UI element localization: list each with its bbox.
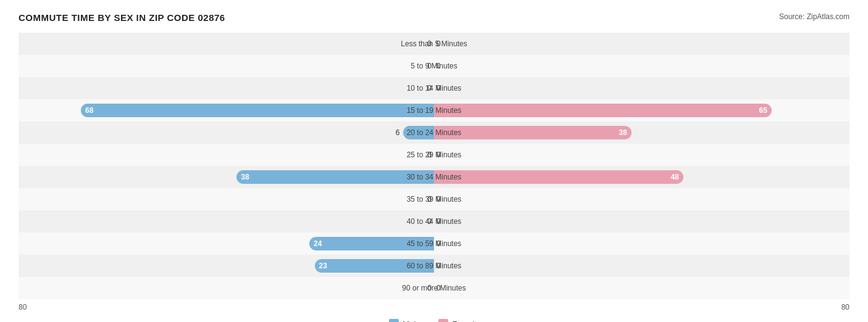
row-right-section: 48 — [434, 166, 849, 188]
female-swatch — [438, 319, 448, 322]
female-value-inside: 65 — [754, 106, 771, 115]
chart-title: COMMUTE TIME BY SEX IN ZIP CODE 02876 — [19, 12, 225, 23]
axis-min: 80 — [19, 303, 27, 312]
male-value-zero: 0 — [427, 217, 432, 226]
female-value-zero: 0 — [436, 239, 441, 248]
male-value-zero: 0 — [427, 284, 432, 292]
row-left-section: 0 — [19, 55, 434, 77]
female-value-zero: 0 — [436, 62, 441, 70]
row-right-section: 0 — [434, 77, 849, 99]
female-value-zero: 0 — [436, 84, 441, 93]
male-bar: 24 — [309, 237, 434, 250]
male-bar: 6 — [403, 126, 434, 139]
row-right-section: 0 — [434, 144, 849, 166]
row-left-section: 0 — [19, 33, 434, 55]
male-value: 6 — [396, 128, 400, 137]
female-value-zero: 0 — [436, 217, 441, 226]
chart-row: 010 to 14 Minutes0 — [19, 77, 849, 99]
male-swatch — [389, 319, 399, 322]
male-value-inside: 38 — [236, 173, 253, 181]
male-value-zero: 0 — [427, 151, 432, 159]
male-value-inside: 24 — [309, 239, 326, 248]
chart-row: 2360 to 89 Minutes0 — [19, 255, 849, 277]
chart-source: Source: ZipAtlas.com — [779, 12, 849, 21]
female-bar: 65 — [434, 104, 772, 117]
row-right-section: 0 — [434, 255, 849, 277]
row-left-section: 0 — [19, 77, 434, 99]
male-value-zero: 0 — [427, 62, 432, 70]
male-value-inside: 23 — [315, 262, 332, 270]
female-value-zero: 0 — [436, 151, 441, 159]
row-left-section: 68 — [19, 99, 434, 122]
chart-header: COMMUTE TIME BY SEX IN ZIP CODE 02876 So… — [19, 12, 849, 23]
chart-row: 6815 to 19 Minutes65 — [19, 99, 849, 122]
chart-row: 3830 to 34 Minutes48 — [19, 166, 849, 188]
male-value-inside: 68 — [81, 106, 98, 115]
legend-female: Female — [438, 319, 478, 322]
row-right-section: 38 — [434, 122, 849, 144]
legend-male: Male — [389, 319, 420, 322]
row-left-section: 24 — [19, 233, 434, 255]
row-right-section: 0 — [434, 233, 849, 255]
female-bar: 38 — [434, 126, 632, 139]
chart-row: 025 to 29 Minutes0 — [19, 144, 849, 166]
row-left-section: 23 — [19, 255, 434, 277]
female-value-zero: 0 — [436, 262, 441, 270]
row-left-section: 0 — [19, 144, 434, 166]
chart-row: 2445 to 59 Minutes0 — [19, 233, 849, 255]
female-value-zero: 0 — [436, 39, 441, 48]
chart-row: 035 to 39 Minutes0 — [19, 188, 849, 210]
row-right-section: 0 — [434, 277, 849, 299]
legend: Male Female — [19, 319, 849, 322]
chart-container: COMMUTE TIME BY SEX IN ZIP CODE 02876 So… — [19, 12, 849, 322]
female-value-inside: 48 — [666, 173, 683, 181]
chart-row: 620 to 24 Minutes38 — [19, 122, 849, 144]
row-right-section: 0 — [434, 210, 849, 233]
chart-row: 05 to 9 Minutes0 — [19, 55, 849, 77]
female-value-zero: 0 — [436, 284, 441, 292]
chart-row: 040 to 44 Minutes0 — [19, 210, 849, 233]
chart-rows: 0Less than 5 Minutes005 to 9 Minutes0010… — [19, 33, 849, 299]
axis-max: 80 — [841, 303, 849, 312]
row-left-section: 0 — [19, 188, 434, 210]
row-left-section: 38 — [19, 166, 434, 188]
male-value-zero: 0 — [427, 84, 432, 93]
female-value-inside: 38 — [614, 128, 631, 137]
row-right-section: 0 — [434, 188, 849, 210]
chart-row: 090 or more Minutes0 — [19, 277, 849, 299]
male-bar: 38 — [236, 170, 434, 184]
female-bar: 48 — [434, 170, 683, 184]
female-value-zero: 0 — [436, 195, 441, 204]
axis-labels: 80 80 — [19, 303, 849, 312]
row-right-section: 0 — [434, 33, 849, 55]
legend-female-label: Female — [452, 320, 478, 323]
male-value-zero: 0 — [427, 39, 432, 48]
row-right-section: 0 — [434, 55, 849, 77]
chart-row: 0Less than 5 Minutes0 — [19, 33, 849, 55]
male-value-zero: 0 — [427, 195, 432, 204]
row-left-section: 0 — [19, 210, 434, 233]
row-right-section: 65 — [434, 99, 849, 122]
row-left-section: 0 — [19, 277, 434, 299]
row-left-section: 6 — [19, 122, 434, 144]
legend-male-label: Male — [403, 320, 420, 323]
male-bar: 68 — [81, 104, 434, 117]
male-bar: 23 — [315, 259, 434, 273]
